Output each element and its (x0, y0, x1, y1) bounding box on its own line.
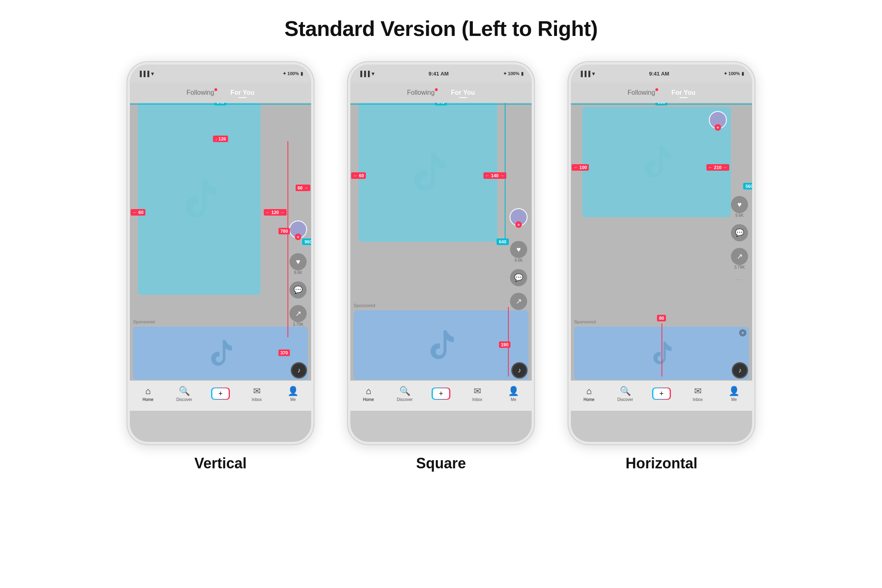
hz-nav-dot (655, 88, 658, 91)
hz-search-icon: 🔍 (620, 386, 631, 396)
square-nav-bar: Following For You (350, 82, 532, 103)
hz-more-icon[interactable]: ··· (736, 276, 743, 283)
vertical-content-area: + ♥ 9.6K 💬 (130, 103, 311, 381)
sq-for-you-nav[interactable]: For You (451, 89, 475, 96)
vertical-nav-bar: Following For You (130, 82, 311, 103)
hz-home-nav-item[interactable]: ⌂ Home (577, 386, 601, 402)
sq-following-nav[interactable]: Following (407, 89, 435, 96)
hz-share-icon[interactable]: ↗ (731, 248, 748, 265)
vertical-music-disc: ♪ (291, 362, 307, 379)
horizontal-right-sidebar: ♥ 9.6K 💬 ↗ 3.79K ··· (731, 188, 748, 283)
square-content-area: + ♥ 9.6K 💬 ↗ 3.79K (350, 103, 532, 381)
square-phone-screen: ▐▐▐ ▾ 9:41 AM ✦ 100% ▮ Following (350, 65, 532, 442)
horizontal-phone-screen: ▐▐▐ ▾ 9:41 AM ✦ 100% ▮ Following (571, 65, 752, 442)
sq-ann-140: ← 140 → (483, 172, 506, 179)
home-icon: ⌂ (145, 386, 151, 396)
hz-discover-nav-item[interactable]: 🔍 Discover (613, 386, 637, 402)
vertical-phone-screen: ▐▐▐ ▾ ✦ 100% ▮ Following (130, 65, 311, 442)
sq-add-nav-item[interactable]: + (429, 388, 453, 400)
hz-inbox-nav-item[interactable]: ✉ Inbox (686, 386, 710, 402)
square-phone-wrapper: ▐▐▐ ▾ 9:41 AM ✦ 100% ▮ Following (347, 61, 535, 472)
sponsored-tiktok-logo (204, 337, 237, 370)
phones-container: ▐▐▐ ▾ ✦ 100% ▮ Following (127, 61, 755, 472)
hz-following-nav[interactable]: Following (628, 89, 655, 96)
for-you-nav[interactable]: For You (230, 89, 254, 96)
hz-for-you-nav[interactable]: For You (671, 89, 695, 96)
sq-tiktok-logo (403, 148, 452, 197)
hz-ann-80: 80 (657, 315, 666, 321)
dim-540: 540 (214, 103, 227, 105)
sponsored-label: Sponsored (130, 318, 311, 326)
square-ad-block (359, 103, 497, 242)
sq-dim-640: 640 (435, 103, 447, 105)
vertical-label: Vertical (194, 455, 247, 472)
ann-126: ↓ 126 (213, 136, 228, 142)
square-sponsored-area: Sponsored (350, 301, 532, 381)
square-phone-frame: ▐▐▐ ▾ 9:41 AM ✦ 100% ▮ Following (347, 61, 535, 445)
discover-nav-item[interactable]: 🔍 Discover (172, 386, 196, 402)
hz-profile-avatar[interactable]: + (709, 111, 727, 129)
vertical-phone-wrapper: ▐▐▐ ▾ ✦ 100% ▮ Following (127, 61, 314, 472)
sq-profile-avatar[interactable]: + (510, 208, 528, 226)
hz-inbox-icon: ✉ (694, 386, 702, 396)
sq-inbox-icon: ✉ (474, 386, 481, 396)
ann-60-right: 60 → (296, 185, 310, 191)
square-bottom-nav: ⌂ Home 🔍 Discover + ✉ Inbox (350, 381, 532, 411)
add-button[interactable]: + (211, 388, 230, 400)
profile-avatar[interactable]: + (289, 220, 307, 238)
hz-add-button[interactable]: + (652, 388, 671, 400)
sq-sponsored-tiktok-logo (423, 327, 459, 363)
hz-comment-icon[interactable]: 💬 (731, 224, 748, 241)
home-nav-item[interactable]: ⌂ Home (136, 386, 160, 402)
horizontal-phone-frame: ▐▐▐ ▾ 9:41 AM ✦ 100% ▮ Following (568, 61, 755, 445)
hz-tiktok-avatar-icon (714, 116, 722, 124)
sq-comment-icon[interactable]: 💬 (510, 269, 527, 286)
comment-icon[interactable]: 💬 (290, 281, 307, 298)
page-title: Standard Version (Left to Right) (285, 16, 598, 41)
sq-add-button[interactable]: + (432, 388, 450, 400)
sq-tiktok-avatar-icon (514, 212, 523, 222)
hz-me-nav-item[interactable]: 👤 Me (722, 386, 746, 402)
sq-discover-nav-item[interactable]: 🔍 Discover (392, 386, 417, 402)
hz-avatar-plus-btn[interactable]: + (715, 124, 721, 131)
following-nav[interactable]: Following (187, 89, 214, 96)
sq-me-nav-item[interactable]: 👤 Me (501, 386, 526, 402)
sq-like-icon[interactable]: ♥ (510, 241, 527, 258)
tiktok-logo-main (175, 174, 224, 223)
sq-home-icon: ⌂ (366, 386, 371, 396)
search-icon: 🔍 (179, 386, 190, 396)
horizontal-ad-block: + (582, 107, 731, 217)
vertical-sponsored-area: Sponsored (130, 318, 311, 381)
me-nav-item[interactable]: 👤 Me (281, 386, 305, 402)
add-nav-item[interactable]: + (208, 388, 233, 400)
ann-370: 370 (278, 350, 290, 356)
hz-close-btn[interactable]: × (739, 329, 746, 336)
avatar-plus-btn[interactable]: + (295, 234, 301, 240)
hz-dim-950: 950 (655, 103, 668, 105)
ann-780: 780 (278, 228, 290, 234)
hz-like-icon[interactable]: ♥ (731, 196, 748, 213)
sq-inbox-nav-item[interactable]: ✉ Inbox (465, 386, 490, 402)
sq-home-nav-item[interactable]: ⌂ Home (356, 386, 381, 402)
sq-ann-60: ← 60 (351, 172, 366, 179)
sq-search-icon: 🔍 (399, 386, 410, 396)
hz-dim-560: 560 (743, 183, 752, 189)
sq-sponsored-label: Sponsored (350, 301, 532, 310)
profile-icon: 👤 (287, 386, 298, 396)
inbox-nav-item[interactable]: ✉ Inbox (245, 386, 269, 402)
ann-60-left: ← 60 (131, 209, 145, 216)
sq-dim-640-h: 640 (497, 238, 509, 245)
hz-ann-210: ← 210 → (706, 164, 729, 171)
sq-profile-icon: 👤 (508, 386, 519, 396)
sq-avatar-plus-btn[interactable]: + (515, 221, 522, 228)
horizontal-nav-bar: Following For You (571, 82, 752, 103)
square-status-bar: ▐▐▐ ▾ 9:41 AM ✦ 100% ▮ (350, 65, 532, 82)
like-icon[interactable]: ♥ (290, 253, 307, 270)
horizontal-content-area: + ♥ 9.6K 💬 ↗ (571, 103, 752, 381)
horizontal-status-bar: ▐▐▐ ▾ 9:41 AM ✦ 100% ▮ (571, 65, 752, 82)
tiktok-avatar-icon (293, 225, 303, 234)
vertical-status-bar: ▐▐▐ ▾ ✦ 100% ▮ (130, 65, 311, 82)
inbox-icon: ✉ (253, 386, 261, 396)
dim-960: 960 (302, 238, 311, 245)
hz-add-nav-item[interactable]: + (649, 388, 674, 400)
